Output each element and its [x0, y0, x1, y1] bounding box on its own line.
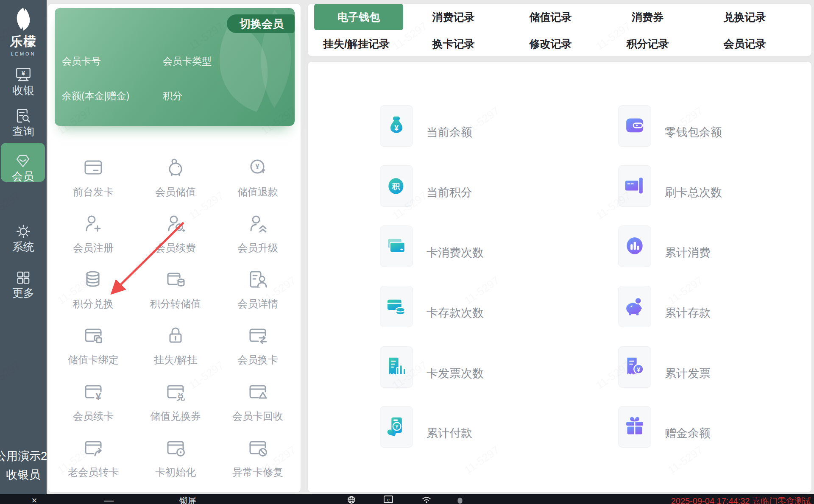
sidebar-item-label: 系统	[0, 239, 47, 254]
action-label: 会员注册	[53, 241, 134, 255]
action-upgrade[interactable]: 会员升级	[217, 210, 298, 255]
app-logo: 乐檬 LEMON	[0, 6, 47, 56]
taskbar-datetime: 2025-09-04 17:44:32 嘉临门零食测试	[671, 496, 811, 504]
stat-tile	[380, 346, 413, 388]
stat-label: 卡存款次数	[427, 305, 484, 320]
sidebar-item-more[interactable]: 更多	[0, 259, 47, 298]
action-label: 会员卡回收	[217, 409, 298, 423]
globe-icon[interactable]	[347, 495, 356, 504]
card-exchange-icon	[217, 322, 298, 349]
close-button[interactable]: ×	[32, 495, 37, 504]
action-points-exchange[interactable]: 积分兑换	[53, 266, 134, 311]
action-label: 积分转储值	[135, 297, 216, 311]
tab-9[interactable]: 会员记录	[696, 31, 793, 57]
tab-5[interactable]: 挂失/解挂记录	[308, 31, 405, 57]
stat-tile: ¥	[618, 346, 651, 388]
svg-text:兑: 兑	[176, 392, 185, 401]
sidebar-item-query[interactable]: 查询	[0, 98, 47, 137]
svg-text:¥: ¥	[396, 423, 399, 430]
sidebar-item-cashier[interactable]: ¥收银	[0, 57, 47, 96]
stat-tile: ¥	[380, 105, 413, 147]
tab-6[interactable]: 换卡记录	[405, 31, 502, 57]
stat-tile	[380, 286, 413, 327]
points-exchange-icon	[53, 266, 134, 293]
minimize-button[interactable]: —	[104, 495, 114, 504]
lock-screen-button[interactable]: 锁屏	[179, 495, 196, 504]
action-card-renew[interactable]: ¥会员续卡	[53, 378, 134, 423]
tab-0[interactable]: 电子钱包	[314, 4, 403, 30]
upgrade-icon	[217, 210, 298, 237]
action-renew-fee[interactable]: ¥会员续费	[135, 210, 216, 255]
switch-member-button[interactable]: 切换会员	[227, 14, 295, 33]
money-bag-icon: ¥	[385, 114, 408, 138]
tab-2[interactable]: 储值记录	[502, 4, 599, 30]
payment-hand-icon: ¥	[385, 415, 408, 439]
stat-label: 卡消费次数	[427, 245, 484, 260]
tab-3[interactable]: 消费券	[599, 4, 696, 30]
action-label: 会员续费	[135, 241, 216, 255]
svg-text:c: c	[387, 497, 390, 502]
piggy-deposit-icon	[135, 154, 216, 181]
sidebar-item-label: 更多	[0, 286, 47, 301]
piggy-bank-icon	[623, 295, 647, 318]
action-refund[interactable]: ¥储值退款	[217, 154, 298, 199]
stat-tile	[380, 226, 413, 267]
action-label: 会员换卡	[217, 353, 298, 367]
voucher-icon: 兑	[135, 378, 216, 405]
stat-label: 零钱包余额	[665, 125, 722, 140]
sidebar-item-label: 会员	[1, 169, 45, 184]
ewallet-content-panel: ¥当前余额零钱包余额积当前积分刷卡总次数卡消费次数累计消费卡存款次数累计存款卡发…	[307, 61, 812, 493]
action-card-repair[interactable]: 异常卡修复	[217, 434, 298, 479]
taskbar: × — 锁屏 c 2025-09-04 17:44:32 嘉临门零食测试	[0, 494, 814, 504]
sidebar-item-label: 收银	[0, 83, 47, 98]
stat-tile	[618, 226, 651, 267]
card-field-label: 余额(本金|赠金)	[62, 89, 129, 103]
action-member-detail[interactable]: 会员详情	[217, 266, 298, 311]
stat-label: 累计发票	[665, 366, 711, 381]
sidebar: 乐檬 LEMON ¥收银查询会员系统更多 公用演示2 收银员	[0, 0, 47, 494]
stat-tile	[618, 286, 651, 327]
action-piggy-deposit[interactable]: 会员储值	[135, 154, 216, 199]
action-register[interactable]: 会员注册	[53, 210, 134, 255]
wifi-icon[interactable]	[421, 495, 432, 504]
action-card-bind[interactable]: 储值卡绑定	[53, 322, 134, 367]
status-dot-icon	[458, 495, 463, 504]
points-to-value-icon	[135, 266, 216, 293]
tab-8[interactable]: 积分记录	[599, 31, 696, 57]
stat-tile: 积	[380, 165, 413, 207]
action-lock[interactable]: 挂失/解挂	[135, 322, 216, 367]
svg-text:¥: ¥	[256, 163, 259, 170]
action-label: 会员详情	[217, 297, 298, 311]
action-label: 储值卡绑定	[53, 353, 134, 367]
stat-label: 赠金余额	[665, 426, 711, 441]
refund-icon: ¥	[217, 154, 298, 181]
stat-piggy-bank: 累计存款	[618, 286, 711, 327]
stat-cards: 卡消费次数	[380, 226, 484, 267]
action-card-recycle[interactable]: 会员卡回收	[217, 378, 298, 423]
sidebar-item-member[interactable]: 会员	[1, 143, 45, 182]
action-card-transfer[interactable]: 老会员转卡	[53, 434, 134, 479]
action-card-exchange[interactable]: 会员换卡	[217, 322, 298, 367]
stat-tile: ¥	[380, 406, 413, 448]
wallet-icon	[623, 114, 647, 138]
stat-tile	[618, 165, 651, 207]
card-recycle-icon	[217, 378, 298, 405]
tab-4[interactable]: 兑换记录	[696, 4, 793, 30]
stat-invoice-yen: ¥累计发票	[618, 346, 711, 388]
chart-circle-icon	[623, 234, 647, 258]
action-label: 卡初始化	[135, 465, 216, 479]
input-method-icon[interactable]: c	[383, 495, 393, 504]
action-card-init[interactable]: 卡初始化	[135, 434, 216, 479]
tab-7[interactable]: 修改记录	[502, 31, 599, 57]
action-label: 储值兑换券	[135, 409, 216, 423]
stat-points-badge: 积当前积分	[380, 165, 472, 207]
action-points-to-value[interactable]: 积分转储值	[135, 266, 216, 311]
sidebar-item-label: 查询	[0, 124, 47, 139]
action-voucher[interactable]: 兑储值兑换券	[135, 378, 216, 423]
sidebar-item-system[interactable]: 系统	[0, 213, 47, 252]
stat-label: 累计消费	[665, 245, 711, 260]
operator-role: 收银员	[0, 467, 47, 482]
stat-money-bag: ¥当前余额	[380, 105, 472, 147]
tab-1[interactable]: 消费记录	[405, 4, 502, 30]
action-issue-card[interactable]: 前台发卡	[53, 154, 134, 199]
